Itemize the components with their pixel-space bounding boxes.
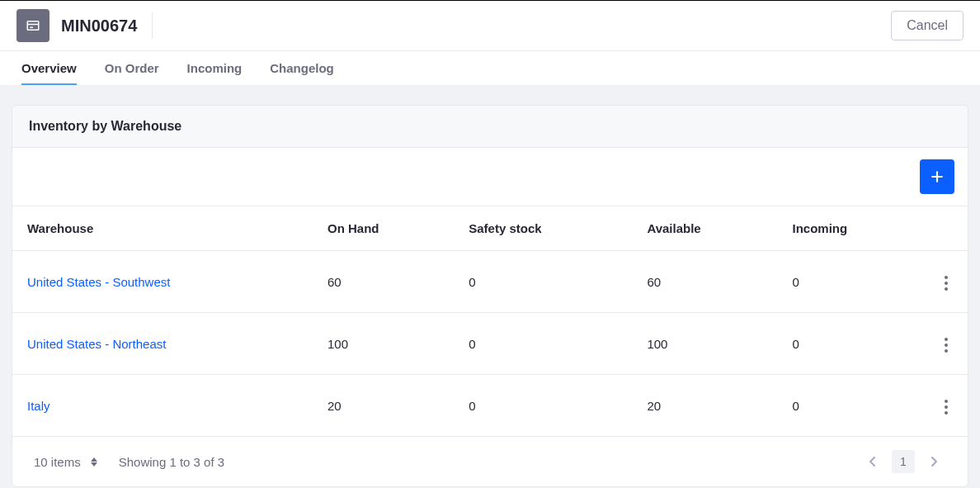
page-title: MIN00674 [61, 12, 153, 39]
tab-incoming[interactable]: Incoming [187, 51, 243, 85]
col-actions [925, 206, 968, 251]
chevron-left-icon [868, 456, 876, 467]
cell-available: 20 [632, 375, 777, 437]
cell-incoming: 0 [778, 375, 926, 437]
table-footer: 10 items Showing 1 to 3 of 3 1 [12, 437, 968, 486]
cell-available: 100 [632, 313, 777, 375]
item-icon [16, 9, 49, 42]
showing-label: Showing 1 to 3 of 3 [119, 455, 224, 469]
page-header: MIN00674 Cancel [0, 1, 980, 51]
svg-marker-5 [91, 457, 97, 462]
card-toolbar [12, 148, 968, 206]
tab-on-order[interactable]: On Order [105, 51, 159, 85]
inventory-table: Warehouse On Hand Safety stock Available… [12, 206, 968, 437]
cell-incoming: 0 [778, 251, 926, 313]
warehouse-link[interactable]: Italy [27, 399, 50, 413]
pager-next[interactable] [923, 450, 946, 473]
col-on-hand[interactable]: On Hand [313, 206, 454, 251]
cell-on-hand: 100 [313, 313, 454, 375]
pager-prev[interactable] [860, 450, 883, 473]
cell-on-hand: 60 [313, 251, 454, 313]
sort-icon [91, 457, 97, 467]
svg-marker-6 [91, 462, 97, 467]
cell-available: 60 [632, 251, 777, 313]
tab-overview[interactable]: Overview [21, 51, 77, 85]
col-available[interactable]: Available [632, 206, 777, 251]
header-left: MIN00674 [16, 9, 153, 42]
add-button[interactable] [920, 159, 954, 194]
pager-current[interactable]: 1 [892, 450, 915, 473]
cancel-button[interactable]: Cancel [891, 11, 964, 40]
cell-safety-stock: 0 [454, 375, 632, 437]
col-incoming[interactable]: Incoming [778, 206, 926, 251]
row-actions-menu[interactable] [940, 333, 953, 358]
cell-safety-stock: 0 [454, 251, 632, 313]
page-size-label: 10 items [34, 455, 81, 469]
table-row: United States - Southwest 60 0 60 0 [12, 251, 968, 313]
cell-on-hand: 20 [313, 375, 454, 437]
inventory-card: Inventory by Warehouse Warehouse On Hand… [12, 105, 968, 487]
col-safety-stock[interactable]: Safety stock [454, 206, 632, 251]
table-row: Italy 20 0 20 0 [12, 375, 968, 437]
warehouse-link[interactable]: United States - Northeast [27, 337, 166, 351]
pager: 1 [860, 450, 946, 473]
table-row: United States - Northeast 100 0 100 0 [12, 313, 968, 375]
cell-safety-stock: 0 [454, 313, 632, 375]
col-warehouse[interactable]: Warehouse [12, 206, 313, 251]
plus-icon [929, 168, 945, 185]
card-title: Inventory by Warehouse [12, 106, 968, 148]
chevron-right-icon [931, 456, 939, 467]
svg-rect-0 [27, 21, 39, 31]
tab-changelog[interactable]: Changelog [270, 51, 334, 85]
warehouse-link[interactable]: United States - Southwest [27, 275, 170, 289]
row-actions-menu[interactable] [940, 395, 953, 419]
tabs: Overview On Order Incoming Changelog [0, 51, 980, 85]
content-area: Inventory by Warehouse Warehouse On Hand… [0, 85, 980, 488]
row-actions-menu[interactable] [940, 271, 953, 296]
cell-incoming: 0 [778, 313, 926, 375]
page-size-selector[interactable]: 10 items [34, 455, 97, 469]
